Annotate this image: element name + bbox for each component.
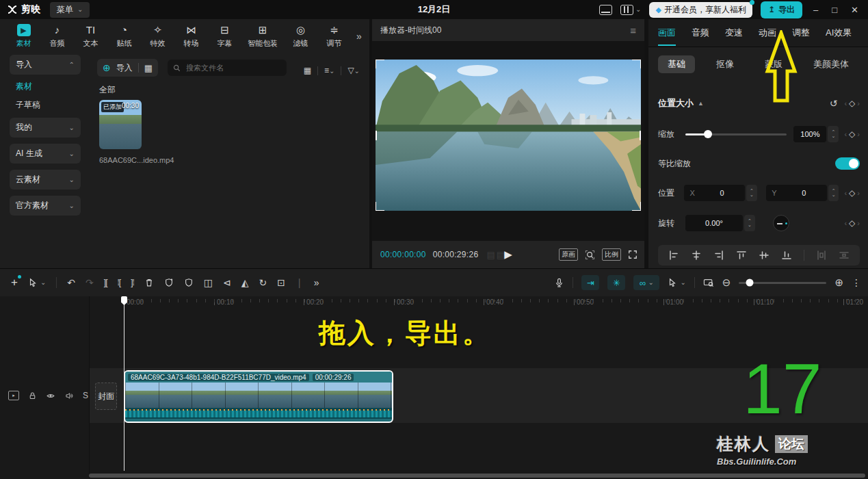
split-button[interactable]: ][ [104,278,107,287]
position-x-input[interactable]: X 0 [684,185,745,201]
timeline-zoom-slider[interactable] [739,282,826,284]
more-tools-button[interactable]: » [314,277,319,288]
position-y-stepper[interactable]: ⌃⌄ [828,185,839,201]
media-tab-filters[interactable]: ◎ 滤镜 [284,24,317,49]
timeline-menu-button[interactable]: ⋮ [852,277,861,288]
media-tab-transitions[interactable]: ⋈ 转场 [174,24,208,49]
timeline-zoom-in-button[interactable]: ⊕ [834,276,843,289]
split-keep-right-button[interactable]: ]⁞ [131,278,134,287]
align-center-horizontal-button[interactable] [691,250,702,261]
keyframe-control[interactable]: ‹◇› [844,218,860,228]
minimize-button[interactable]: – [813,5,818,15]
position-x-stepper[interactable]: ⌃⌄ [746,185,757,201]
rotation-stepper[interactable]: ⌃⌄ [744,215,755,231]
keyframe-control[interactable]: ‹ ◇ › [844,99,860,108]
preview-canvas[interactable] [376,60,641,211]
play-button[interactable]: ▶ [504,248,512,261]
media-tab-adjust[interactable]: ≑ 调节 [317,24,351,49]
freeze-frame-button[interactable]: ◫ [204,277,213,288]
snap-toggle-on[interactable]: ⇥ [581,275,599,290]
reset-icon[interactable]: ↺ [830,98,838,109]
video-clip-selected[interactable]: 68AAC69C-3A73-48b1-984D-B22F511BC77D_vid… [124,370,393,423]
sort-icon[interactable]: ≡⌄ [324,66,334,75]
media-tab-sticker[interactable]: ◔ 贴纸 [107,24,141,49]
align-top-button[interactable] [736,250,747,261]
align-left-button[interactable] [668,250,679,261]
player-menu-icon[interactable]: ≡ [630,25,636,36]
subtab-matting[interactable]: 抠像 [707,55,744,73]
timeline-ruler[interactable]: 00:00 00:10 00:20 00:30 00:40 00:50 01:0… [89,296,868,311]
uniform-scale-toggle[interactable] [835,157,860,170]
more-tabs-button[interactable]: » [356,31,362,42]
cover-button[interactable]: 封面 [95,383,117,410]
props-tab-video[interactable]: 画面 [658,20,676,46]
filter-funnel-icon[interactable]: ▽⌄ [347,66,360,75]
selection-handle[interactable] [632,202,641,211]
linkage-toggle-on[interactable]: ✳ [607,275,625,290]
keyframe-control[interactable]: ‹◇› [844,188,860,198]
subtab-beauty[interactable]: 美颜美体 [804,55,858,73]
track-select-mode[interactable]: ⌄ [668,278,685,287]
align-bottom-button[interactable] [781,250,792,261]
mirror-button[interactable]: ◭ [241,277,249,288]
media-tab-material[interactable]: ▶ 素材 [7,24,40,49]
ratio-button[interactable]: 比例 [602,248,621,261]
preview-axis-button[interactable] [703,278,714,287]
rotation-dial[interactable] [773,215,789,231]
speaker-icon[interactable] [64,391,74,400]
add-keyframe-icon[interactable]: ◇ [849,99,855,108]
slider-knob[interactable] [704,130,712,138]
slider-knob[interactable] [746,279,753,287]
split-keep-left-button[interactable]: ⁞[ [117,278,120,287]
delete-button[interactable] [144,278,154,287]
record-audio-button[interactable] [554,278,564,288]
sidebar-item-ai-generate[interactable]: AI 生成 ⌄ [10,144,81,164]
scale-stepper[interactable]: ⌃⌄ [828,126,839,142]
selection-handle[interactable] [376,131,377,140]
next-keyframe-icon[interactable]: › [857,99,860,107]
layout-columns-control[interactable]: ⌄ [620,5,641,15]
timeline-zoom-out-button[interactable]: ⊖ [722,276,731,289]
scale-input[interactable]: 100% [793,126,826,142]
align-right-button[interactable] [713,250,724,261]
layout-bottom-panel-icon[interactable] [599,5,612,15]
align-middle-vertical-button[interactable] [759,250,770,261]
selection-handle[interactable] [632,60,641,68]
media-tab-effects[interactable]: ✧ 特效 [141,24,174,49]
horizontal-scrollbar[interactable] [89,474,865,478]
select-tool[interactable]: ⌄ [28,278,46,287]
vip-banner-button[interactable]: ◆ 开通会员，享新人福利 [649,2,752,18]
sidebar-item-cloud-material[interactable]: 云素材 ⌄ [10,170,81,190]
media-tab-smart-pack[interactable]: ⊞ 智能包装 [241,24,284,49]
focus-zoom-icon[interactable] [585,250,595,260]
subtab-basic[interactable]: 基础 [658,55,695,73]
menu-button[interactable]: 菜单 ⌄ [50,2,90,18]
reverse-button[interactable]: ⊲ [223,277,231,288]
selection-handle[interactable] [376,60,384,68]
import-grid-icon[interactable]: ▦ [144,63,153,73]
media-tab-audio[interactable]: ♪ 音频 [40,24,74,49]
maximize-button[interactable]: □ [832,5,837,15]
solo-button[interactable]: S [83,391,88,400]
sidebar-item-material[interactable]: 素材 [16,81,83,92]
filter-all-label[interactable]: 全部 [99,84,116,96]
smart-matting-button[interactable] [164,278,174,287]
sidebar-item-sub-draft[interactable]: 子草稿 [16,99,83,111]
selection-handle[interactable] [376,202,384,211]
playhead[interactable] [124,296,124,471]
scale-slider[interactable] [685,133,787,135]
original-quality-button[interactable]: 原画 [559,248,578,261]
mask-button[interactable] [184,278,194,287]
props-tab-audio[interactable]: 音频 [692,20,709,46]
grid-view-icon[interactable]: ▦ [304,66,311,75]
add-track-button[interactable]: + [11,276,18,289]
sidebar-item-mine[interactable]: 我的 ⌄ [10,118,81,138]
rotation-input[interactable]: 0.00° [685,215,743,231]
props-tab-ai-effects[interactable]: AI效果 [826,20,852,46]
search-input[interactable] [185,63,263,73]
lock-icon[interactable] [28,391,37,400]
props-tab-speed[interactable]: 变速 [725,20,743,46]
media-item-thumbnail[interactable]: 已添加 00:30 [99,100,142,149]
close-button[interactable]: ✕ [851,5,858,15]
keyframe-control[interactable]: ‹◇› [844,129,860,139]
